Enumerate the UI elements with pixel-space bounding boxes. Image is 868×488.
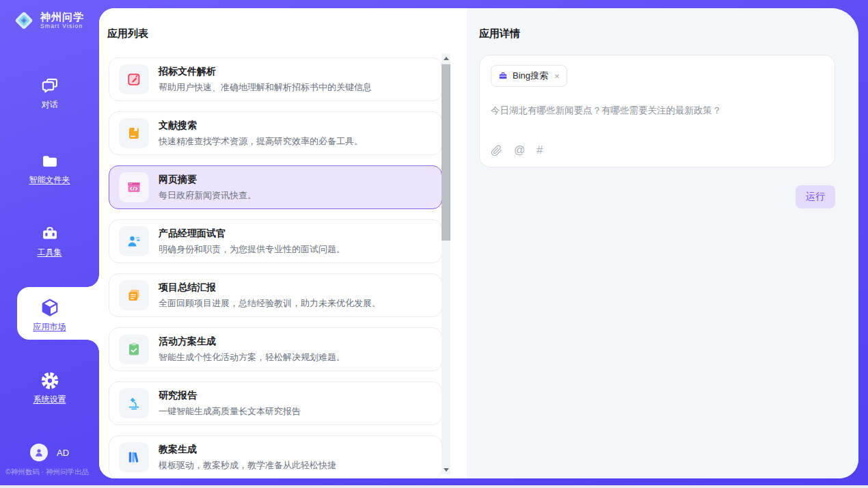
app-card-project-summary[interactable]: 项目总结汇报 全面回顾项目进展，总结经验教训，助力未来优化发展。 bbox=[109, 273, 442, 317]
app-name: 文献搜索 bbox=[159, 120, 363, 132]
app-card-tender-parse[interactable]: 招标文件解析 帮助用户快速、准确地理解和解析招标书中的关键信息 bbox=[109, 57, 442, 101]
webpage-icon bbox=[126, 179, 142, 195]
user-icon bbox=[33, 446, 45, 459]
app-desc: 快速精准查找学术资源，提高研究效率的必备工具。 bbox=[159, 135, 363, 148]
scrollbar-thumb[interactable] bbox=[442, 64, 450, 241]
app-list-scrollbar[interactable] bbox=[442, 53, 450, 474]
user-name: AD bbox=[57, 448, 69, 458]
folder-icon bbox=[40, 152, 59, 171]
app-icon-tile bbox=[119, 118, 149, 148]
scroll-up-button[interactable] bbox=[442, 53, 450, 63]
app-name: 教案生成 bbox=[159, 444, 336, 456]
clipboard-check-icon bbox=[126, 341, 142, 357]
sidebar-item-label: 工具集 bbox=[38, 247, 62, 258]
active-tab-curve-bottom bbox=[87, 340, 99, 352]
input-toolbar: @ # bbox=[491, 144, 543, 157]
sidebar-item-app-market[interactable]: 应用市场 bbox=[0, 297, 99, 333]
copyright-text: ©神州数码 · 神州问学出品 bbox=[5, 467, 89, 477]
sidebar: 神州问学 Smart Vision 对话 智能文件夹 bbox=[0, 0, 99, 485]
brand-subtitle: Smart Vision bbox=[40, 23, 84, 30]
scroll-up-icon bbox=[444, 57, 449, 60]
app-desc: 每日政府新闻资讯快查。 bbox=[159, 189, 256, 202]
briefcase-icon bbox=[498, 71, 508, 81]
app-card-lesson-plan[interactable]: 教案生成 模板驱动，教案秒成，教学准备从此轻松快捷 bbox=[109, 435, 442, 478]
app-card-webpage-summary[interactable]: 网页摘要 每日政府新闻资讯快查。 bbox=[109, 165, 442, 209]
app-icon-tile bbox=[119, 64, 149, 94]
cube-icon bbox=[40, 297, 60, 318]
tool-chip-label: Bing搜索 bbox=[513, 70, 548, 82]
sidebar-item-label: 智能文件夹 bbox=[29, 174, 70, 186]
app-card-list: 招标文件解析 帮助用户快速、准确地理解和解析招标书中的关键信息 文献搜索 bbox=[109, 57, 442, 478]
interviewer-icon bbox=[126, 233, 142, 249]
user-account[interactable]: AD bbox=[0, 444, 99, 461]
sidebar-item-settings[interactable]: 系统设置 bbox=[0, 371, 99, 405]
toolbox-icon bbox=[40, 224, 59, 243]
gear-icon bbox=[40, 371, 59, 390]
sidebar-item-label: 应用市场 bbox=[33, 321, 66, 333]
app-icon-tile bbox=[119, 280, 149, 310]
app-desc: 一键智能生成高质量长文本研究报告 bbox=[159, 405, 301, 418]
topic-icon[interactable]: # bbox=[537, 144, 543, 157]
active-tab-curve-top bbox=[87, 275, 99, 287]
sidebar-item-label: 对话 bbox=[42, 99, 58, 111]
app-icon-tile bbox=[119, 442, 149, 472]
app-name: 产品经理面试官 bbox=[159, 228, 345, 240]
paperclip-icon[interactable] bbox=[491, 145, 502, 157]
mention-icon[interactable]: @ bbox=[514, 144, 525, 157]
app-list-panel: 应用列表 招标文件解析 帮助用户快速、准确地理解和解析招标书中的关键信息 bbox=[99, 8, 467, 478]
prompt-card[interactable]: Bing搜索 × 今日湖北有哪些新闻要点？有哪些需要关注的最新政策？ @ # bbox=[479, 55, 835, 167]
gem-logo-icon bbox=[12, 9, 36, 32]
app-icon-tile bbox=[119, 226, 149, 256]
tender-doc-icon bbox=[126, 71, 142, 87]
app-detail-panel: 应用详情 Bing搜索 × 今日湖北有哪些新闻要点？有哪些需要关注的最新政策？ bbox=[467, 8, 858, 478]
app-desc: 智能生成个性化活动方案，轻松解决规划难题。 bbox=[159, 351, 345, 364]
chip-close-icon[interactable]: × bbox=[554, 72, 560, 81]
brand-logo: 神州问学 Smart Vision bbox=[12, 9, 84, 32]
books-icon bbox=[126, 449, 142, 465]
app-card-literature-search[interactable]: 文献搜索 快速精准查找学术资源，提高研究效率的必备工具。 bbox=[109, 111, 442, 155]
report-notes-icon bbox=[126, 287, 142, 303]
app-card-event-plan[interactable]: 活动方案生成 智能生成个性化活动方案，轻松解决规划难题。 bbox=[109, 327, 442, 371]
sidebar-item-toolset[interactable]: 工具集 bbox=[0, 224, 99, 258]
app-name: 招标文件解析 bbox=[159, 66, 372, 78]
app-icon-tile bbox=[119, 334, 149, 364]
microscope-icon bbox=[126, 395, 142, 411]
app-icon-tile bbox=[119, 172, 149, 202]
app-name: 网页摘要 bbox=[159, 174, 256, 186]
app-name: 项目总结汇报 bbox=[159, 282, 381, 294]
app-desc: 帮助用户快速、准确地理解和解析招标书中的关键信息 bbox=[159, 81, 372, 94]
app-list-title: 应用列表 bbox=[107, 27, 148, 40]
sidebar-item-chat[interactable]: 对话 bbox=[0, 77, 99, 111]
chat-icon bbox=[40, 77, 59, 96]
tool-chip-bing-search[interactable]: Bing搜索 × bbox=[491, 65, 567, 87]
app-frame: 神州问学 Smart Vision 对话 智能文件夹 bbox=[0, 0, 868, 485]
app-name: 研究报告 bbox=[159, 390, 301, 402]
app-desc: 模板驱动，教案秒成，教学准备从此轻松快捷 bbox=[159, 459, 336, 472]
app-card-pm-interviewer[interactable]: 产品经理面试官 明确身份和职责，为您提供专业性的面试问题。 bbox=[109, 219, 442, 263]
app-desc: 明确身份和职责，为您提供专业性的面试问题。 bbox=[159, 243, 345, 256]
run-button[interactable]: 运行 bbox=[796, 185, 835, 208]
app-card-research-report[interactable]: 研究报告 一键智能生成高质量长文本研究报告 bbox=[109, 381, 442, 425]
app-desc: 全面回顾项目进展，总结经验教训，助力未来优化发展。 bbox=[159, 297, 381, 310]
main-content: 应用列表 招标文件解析 帮助用户快速、准确地理解和解析招标书中的关键信息 bbox=[99, 8, 858, 478]
scroll-down-icon bbox=[444, 468, 449, 472]
sidebar-item-label: 系统设置 bbox=[33, 394, 66, 405]
brand-name: 神州问学 bbox=[40, 11, 84, 23]
avatar bbox=[30, 444, 48, 461]
app-name: 活动方案生成 bbox=[159, 336, 345, 348]
book-icon bbox=[126, 125, 142, 141]
sidebar-item-smart-folder[interactable]: 智能文件夹 bbox=[0, 152, 99, 186]
app-icon-tile bbox=[119, 388, 149, 418]
prompt-input[interactable]: 今日湖北有哪些新闻要点？有哪些需要关注的最新政策？ bbox=[491, 105, 824, 117]
app-detail-title: 应用详情 bbox=[479, 27, 520, 40]
scroll-down-button[interactable] bbox=[442, 465, 450, 474]
